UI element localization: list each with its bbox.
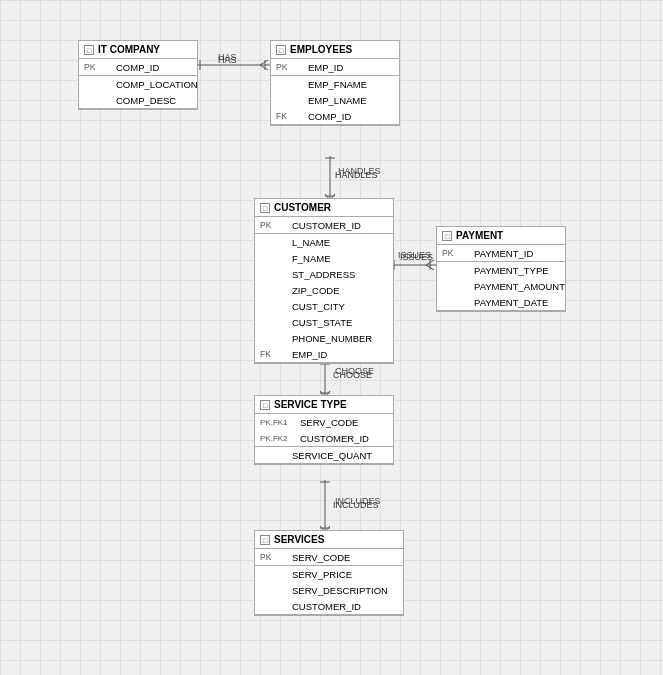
entity-customer-title: CUSTOMER bbox=[274, 202, 331, 213]
field-emp-id-fk: EMP_ID bbox=[292, 349, 327, 360]
entity-service-type[interactable]: □ SERVICE TYPE PK,FK1 SERV_CODE PK,FK2 C… bbox=[254, 395, 394, 465]
field-cust-state: CUST_STATE bbox=[292, 317, 352, 328]
field-emp-id: EMP_ID bbox=[308, 62, 343, 73]
table-row: PAYMENT_TYPE bbox=[437, 262, 565, 278]
field-serv-code-pk: SERV_CODE bbox=[292, 552, 350, 563]
table-row: EMP_FNAME bbox=[271, 76, 399, 92]
svg-line-2 bbox=[260, 60, 268, 65]
services-pk-section: PK SERV_CODE bbox=[255, 549, 403, 566]
table-row: COMP_DESC bbox=[79, 92, 197, 108]
table-row: PAYMENT_AMOUNT bbox=[437, 278, 565, 294]
table-row: FK EMP_ID bbox=[255, 346, 393, 362]
it-company-pk-section: PK COMP_ID bbox=[79, 59, 197, 76]
field-f-name: F_NAME bbox=[292, 253, 331, 264]
svg-line-3 bbox=[260, 65, 268, 70]
table-row: PK,FK1 SERV_CODE bbox=[255, 414, 393, 430]
table-row: CUST_STATE bbox=[255, 314, 393, 330]
field-payment-id: PAYMENT_ID bbox=[474, 248, 533, 259]
entity-icon: □ bbox=[260, 535, 270, 545]
table-row: PK COMP_ID bbox=[79, 59, 197, 75]
table-row: PK,FK2 CUSTOMER_ID bbox=[255, 430, 393, 446]
table-row: PK EMP_ID bbox=[271, 59, 399, 75]
entity-customer-header: □ CUSTOMER bbox=[255, 199, 393, 217]
entity-services-header: □ SERVICES bbox=[255, 531, 403, 549]
field-payment-amount: PAYMENT_AMOUNT bbox=[474, 281, 565, 292]
entity-service-type-title: SERVICE TYPE bbox=[274, 399, 347, 410]
entity-payment[interactable]: □ PAYMENT PK PAYMENT_ID PAYMENT_TYPE PAY… bbox=[436, 226, 566, 312]
table-row: ZIP_CODE bbox=[255, 282, 393, 298]
field-emp-lname: EMP_LNAME bbox=[308, 95, 367, 106]
field-customer-id: CUSTOMER_ID bbox=[292, 220, 361, 231]
service-type-pk-section: PK,FK1 SERV_CODE PK,FK2 CUSTOMER_ID bbox=[255, 414, 393, 447]
entity-payment-header: □ PAYMENT bbox=[437, 227, 565, 245]
table-row: F_NAME bbox=[255, 250, 393, 266]
pk-label: PK bbox=[260, 552, 288, 562]
field-emp-fname: EMP_FNAME bbox=[308, 79, 367, 90]
entity-employees-title: EMPLOYEES bbox=[290, 44, 352, 55]
table-row: SERV_DESCRIPTION bbox=[255, 582, 403, 598]
table-row: L_NAME bbox=[255, 234, 393, 250]
entity-payment-title: PAYMENT bbox=[456, 230, 503, 241]
field-serv-description: SERV_DESCRIPTION bbox=[292, 585, 388, 596]
payment-pk-section: PK PAYMENT_ID bbox=[437, 245, 565, 262]
field-customer-id-svc: CUSTOMER_ID bbox=[292, 601, 361, 612]
employees-pk-section: PK EMP_ID bbox=[271, 59, 399, 76]
table-row: CUST_CITY bbox=[255, 298, 393, 314]
table-row: PAYMENT_DATE bbox=[437, 294, 565, 310]
employees-fields-section: EMP_FNAME EMP_LNAME FK COMP_ID bbox=[271, 76, 399, 125]
field-service-quant: SERVICE_QUANT bbox=[292, 450, 372, 461]
field-cust-city: CUST_CITY bbox=[292, 301, 345, 312]
entity-icon: □ bbox=[260, 400, 270, 410]
entity-services[interactable]: □ SERVICES PK SERV_CODE SERV_PRICE SERV_… bbox=[254, 530, 404, 616]
table-row: SERV_PRICE bbox=[255, 566, 403, 582]
entity-employees-header: □ EMPLOYEES bbox=[271, 41, 399, 59]
field-comp-location: COMP_LOCATION bbox=[116, 79, 198, 90]
field-comp-desc: COMP_DESC bbox=[116, 95, 176, 106]
fk-label: FK bbox=[276, 111, 304, 121]
field-payment-type: PAYMENT_TYPE bbox=[474, 265, 549, 276]
table-row: PK CUSTOMER_ID bbox=[255, 217, 393, 233]
field-comp-id-fk: COMP_ID bbox=[308, 111, 351, 122]
pk-label: PK bbox=[442, 248, 470, 258]
it-company-fields-section: COMP_LOCATION COMP_DESC bbox=[79, 76, 197, 109]
pk-fk1-label: PK,FK1 bbox=[260, 418, 296, 427]
table-row: FK COMP_ID bbox=[271, 108, 399, 124]
customer-pk-section: PK CUSTOMER_ID bbox=[255, 217, 393, 234]
entity-icon: □ bbox=[260, 203, 270, 213]
field-l-name: L_NAME bbox=[292, 237, 330, 248]
entity-services-title: SERVICES bbox=[274, 534, 324, 545]
table-row: PHONE_NUMBER bbox=[255, 330, 393, 346]
field-phone-number: PHONE_NUMBER bbox=[292, 333, 372, 344]
field-zip-code: ZIP_CODE bbox=[292, 285, 340, 296]
rel-label-includes: INCLUDES bbox=[333, 500, 379, 510]
svg-line-13 bbox=[426, 265, 434, 270]
field-comp-id: COMP_ID bbox=[116, 62, 159, 73]
entity-icon: □ bbox=[84, 45, 94, 55]
table-row: CUSTOMER_ID bbox=[255, 598, 403, 614]
payment-fields-section: PAYMENT_TYPE PAYMENT_AMOUNT PAYMENT_DATE bbox=[437, 262, 565, 311]
pk-fk2-label: PK,FK2 bbox=[260, 434, 296, 443]
service-type-fields-section: SERVICE_QUANT bbox=[255, 447, 393, 464]
pk-label: PK bbox=[276, 62, 304, 72]
fk-label: FK bbox=[260, 349, 288, 359]
pk-label: PK bbox=[260, 220, 288, 230]
field-serv-code: SERV_CODE bbox=[300, 417, 358, 428]
field-st-address: ST_ADDRESS bbox=[292, 269, 355, 280]
table-row: ST_ADDRESS bbox=[255, 266, 393, 282]
rel-label-has: HAS bbox=[218, 55, 237, 65]
entity-it-company-header: □ IT COMPANY bbox=[79, 41, 197, 59]
services-fields-section: SERV_PRICE SERV_DESCRIPTION CUSTOMER_ID bbox=[255, 566, 403, 615]
field-payment-date: PAYMENT_DATE bbox=[474, 297, 548, 308]
entity-icon: □ bbox=[276, 45, 286, 55]
customer-fields-section: L_NAME F_NAME ST_ADDRESS ZIP_CODE CUST_C… bbox=[255, 234, 393, 363]
er-diagram-canvas: HASHANDLESISSUESCHOOSEINCLUDES HAS HANDL… bbox=[0, 0, 663, 675]
entity-customer[interactable]: □ CUSTOMER PK CUSTOMER_ID L_NAME F_NAME … bbox=[254, 198, 394, 364]
entity-icon: □ bbox=[442, 231, 452, 241]
rel-label-choose: CHOOSE bbox=[333, 370, 372, 380]
table-row: COMP_LOCATION bbox=[79, 76, 197, 92]
entity-it-company[interactable]: □ IT COMPANY PK COMP_ID COMP_LOCATION CO… bbox=[78, 40, 198, 110]
entity-employees[interactable]: □ EMPLOYEES PK EMP_ID EMP_FNAME EMP_LNAM… bbox=[270, 40, 400, 126]
entity-service-type-header: □ SERVICE TYPE bbox=[255, 396, 393, 414]
table-row: PK PAYMENT_ID bbox=[437, 245, 565, 261]
field-customer-id-fk: CUSTOMER_ID bbox=[300, 433, 369, 444]
